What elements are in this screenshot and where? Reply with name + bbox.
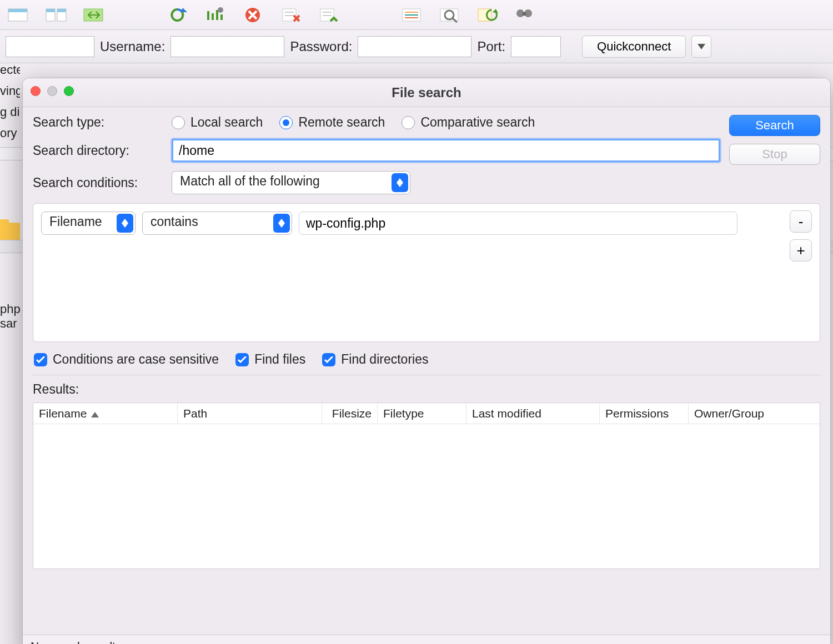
dialog-title: File search: [392, 85, 461, 100]
sort-asc-icon: [91, 407, 99, 420]
col-permissions[interactable]: Permissions: [600, 403, 689, 424]
results-label: Results:: [33, 382, 820, 397]
search-conditions-label: Search conditions:: [33, 175, 172, 190]
remove-condition-button[interactable]: -: [790, 210, 812, 233]
checkmark-icon: [34, 353, 47, 366]
cancel-icon[interactable]: [240, 5, 265, 25]
checkmark-icon: [235, 353, 249, 366]
dialog-statusbar: No search results: [23, 635, 830, 644]
condition-field-select[interactable]: Filename: [41, 212, 136, 235]
svg-marker-29: [397, 178, 403, 183]
options-checks: Conditions are case sensitive Find files…: [34, 352, 819, 367]
divider: [33, 375, 820, 375]
condition-value-input[interactable]: [299, 212, 737, 235]
file-search-dialog: File search Search type: Local search Re…: [22, 78, 831, 644]
host-input[interactable]: [6, 36, 94, 57]
svg-rect-5: [57, 9, 66, 12]
toggle-queue-icon[interactable]: [81, 5, 107, 25]
chk-find-files[interactable]: Find files: [235, 352, 305, 367]
svg-marker-31: [122, 219, 128, 223]
disconnect-icon[interactable]: [278, 5, 303, 25]
processqueue-icon[interactable]: [202, 5, 228, 25]
main-toolbar: [0, 0, 833, 30]
svg-marker-28: [697, 44, 705, 49]
status-text: No search results: [31, 640, 121, 645]
stepper-icon: [392, 173, 408, 192]
radio-comparative-search[interactable]: Comparative search: [402, 115, 535, 130]
col-filesize[interactable]: Filesize: [322, 403, 378, 424]
search-type-label: Search type:: [33, 115, 172, 130]
close-icon[interactable]: [31, 86, 41, 96]
results-table: Filename Path Filesize Filetype Last mod…: [33, 402, 820, 569]
folder-icon: [0, 223, 20, 240]
bg-left-col3: phpsar: [0, 302, 20, 644]
minimize-icon[interactable]: [47, 86, 57, 96]
checkmark-icon: [322, 353, 335, 366]
svg-marker-34: [278, 223, 285, 228]
sitemanager-icon[interactable]: [6, 5, 31, 25]
radio-remote-search[interactable]: Remote search: [279, 115, 385, 130]
stepper-icon: [117, 214, 133, 233]
svg-point-8: [218, 7, 223, 13]
reconnect-icon[interactable]: [315, 5, 341, 25]
svg-marker-32: [122, 223, 128, 228]
password-label: Password:: [290, 39, 352, 54]
password-input[interactable]: [358, 36, 471, 57]
chk-case-sensitive[interactable]: Conditions are case sensitive: [34, 352, 219, 367]
quickconnect-bar: Username: Password: Port: Quickconnect: [0, 30, 833, 63]
compare-icon[interactable]: [474, 5, 500, 25]
port-label: Port:: [477, 39, 505, 54]
svg-marker-33: [278, 219, 285, 223]
chk-find-dirs[interactable]: Find directories: [322, 352, 428, 367]
col-lastmodified[interactable]: Last modified: [466, 403, 600, 424]
dirlisting-icon[interactable]: [399, 5, 424, 25]
stepper-icon: [273, 214, 290, 233]
traffic-lights: [31, 86, 74, 96]
filter-icon[interactable]: [436, 5, 462, 25]
add-condition-button[interactable]: +: [790, 239, 812, 261]
results-header[interactable]: Filename Path Filesize Filetype Last mod…: [33, 403, 820, 424]
condition-row: Filename contains: [41, 212, 812, 235]
search-icon[interactable]: [512, 5, 538, 25]
svg-marker-35: [91, 412, 99, 417]
svg-marker-24: [493, 9, 498, 13]
svg-rect-4: [46, 9, 55, 12]
dialog-titlebar[interactable]: File search: [23, 78, 830, 107]
svg-rect-27: [523, 12, 526, 16]
svg-rect-1: [8, 9, 27, 12]
svg-marker-30: [397, 183, 403, 187]
refresh-icon[interactable]: [164, 5, 190, 25]
stop-button[interactable]: Stop: [729, 144, 820, 165]
search-button[interactable]: Search: [729, 115, 820, 136]
quickconnect-button[interactable]: Quickconnect: [582, 36, 686, 58]
col-filetype[interactable]: Filetype: [378, 403, 466, 424]
quickconnect-dropdown[interactable]: [691, 36, 711, 58]
radio-local-search[interactable]: Local search: [172, 115, 263, 130]
username-label: Username:: [100, 39, 165, 54]
search-type-radios: Local search Remote search Comparative s…: [172, 115, 535, 130]
search-directory-label: Search directory:: [33, 143, 172, 158]
col-filename[interactable]: Filename: [33, 403, 178, 424]
col-path[interactable]: Path: [178, 403, 322, 424]
conditions-box: Filename contains - +: [33, 203, 820, 342]
toggle-log-icon[interactable]: [43, 5, 69, 25]
condition-op-select[interactable]: contains: [142, 212, 292, 235]
conditions-mode-select[interactable]: Match all of the following: [172, 171, 410, 194]
zoom-icon[interactable]: [64, 86, 74, 96]
username-input[interactable]: [170, 36, 284, 57]
port-input[interactable]: [511, 36, 561, 57]
col-ownergroup[interactable]: Owner/Group: [689, 403, 820, 424]
search-directory-input[interactable]: [172, 139, 720, 162]
